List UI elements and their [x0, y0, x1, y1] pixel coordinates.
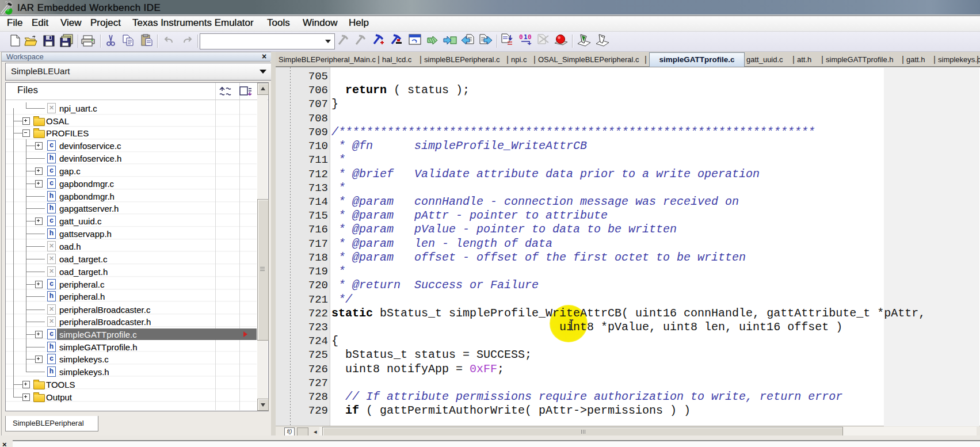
svg-text:0: 0 — [528, 33, 532, 41]
svg-text:0: 0 — [519, 33, 523, 41]
svg-text:1: 1 — [524, 33, 528, 41]
